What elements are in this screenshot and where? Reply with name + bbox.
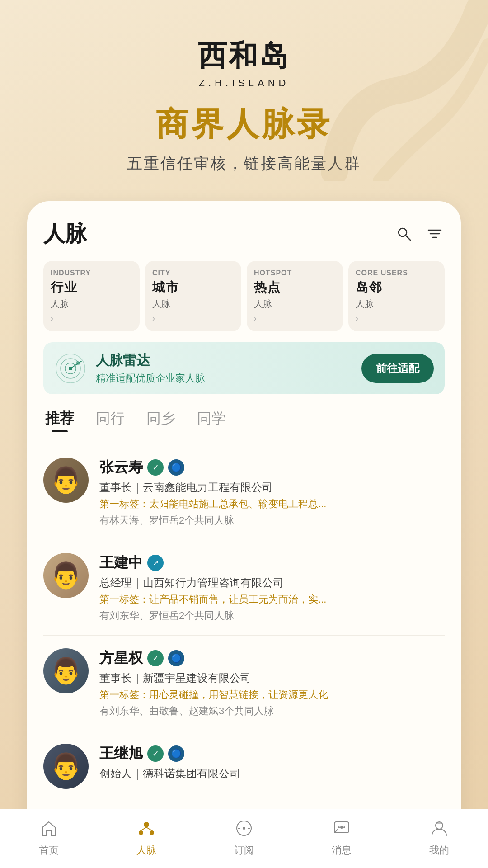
category-sub-3: 人脉 xyxy=(356,298,437,310)
person-item[interactable]: 👨 方星权 ✓ 🔵 董事长｜新疆宇星建设有限公司 第一标签：用心灵碰撞，用智慧链… xyxy=(43,636,445,731)
badge-b-2: 🔵 xyxy=(168,650,184,666)
nav-home[interactable]: 首页 xyxy=(22,816,76,857)
network-icon xyxy=(135,816,158,840)
avatar-wang1: 👨 xyxy=(43,553,89,598)
svg-point-17 xyxy=(243,827,245,830)
category-city[interactable]: CITY 城市 人脉 › xyxy=(145,261,241,331)
person-tag-2: 第一标签：用心灵碰撞，用智慧链接，让资源更大化 xyxy=(99,688,445,702)
category-zh-3: 岛邻 xyxy=(356,279,437,296)
nav-profile[interactable]: 我的 xyxy=(412,816,466,857)
svg-point-24 xyxy=(338,826,340,828)
svg-line-1 xyxy=(406,236,410,240)
tab-hometown[interactable]: 同乡 xyxy=(146,409,175,432)
category-sub-1: 人脉 xyxy=(152,298,234,310)
radar-button[interactable]: 前往适配 xyxy=(361,354,434,383)
person-name-1: 王建中 xyxy=(99,553,143,573)
svg-line-15 xyxy=(146,827,152,830)
person-info-2: 方星权 ✓ 🔵 董事长｜新疆宇星建设有限公司 第一标签：用心灵碰撞，用智慧链接，… xyxy=(99,648,445,718)
nav-subscribe-label: 订阅 xyxy=(234,844,254,857)
tab-recommended[interactable]: 推荐 xyxy=(45,409,74,432)
tab-row: 推荐 同行 同乡 同学 xyxy=(43,409,445,432)
category-en-3: CORE USERS xyxy=(356,269,437,277)
svg-point-10 xyxy=(76,361,80,365)
person-title-1: 总经理｜山西知行力管理咨询有限公司 xyxy=(99,576,445,590)
avatar-fang: 👨 xyxy=(43,648,89,693)
badge-b-3: 🔵 xyxy=(168,745,184,762)
logo-area: 西和岛 Z.H.ISLAND xyxy=(198,36,290,89)
tagline-sub: 五重信任审核，链接高能量人群 xyxy=(127,153,361,174)
person-info-0: 张云寿 ✓ 🔵 董事长｜云南鑫能电力工程有限公司 第一标签：太阳能电站施工总承包… xyxy=(99,458,445,527)
tab-classmates[interactable]: 同学 xyxy=(197,409,226,432)
person-item[interactable]: 👨 王继旭 ✓ 🔵 创始人｜德科诺集团有限公司 xyxy=(43,731,445,802)
svg-point-12 xyxy=(139,830,143,835)
avatar-zhang: 👨 xyxy=(43,458,89,503)
radar-icon xyxy=(54,352,87,385)
arrow-icon-2: › xyxy=(254,314,336,323)
category-zh-0: 行业 xyxy=(51,279,132,296)
category-sub-2: 人脉 xyxy=(254,298,336,310)
person-title-2: 董事长｜新疆宇星建设有限公司 xyxy=(99,671,445,685)
avatar-wang2: 👨 xyxy=(43,744,89,789)
nav-home-label: 首页 xyxy=(39,844,59,857)
category-zh-2: 热点 xyxy=(254,279,336,296)
logo-english: Z.H.ISLAND xyxy=(198,77,289,89)
badge-b-0: 🔵 xyxy=(168,459,184,476)
home-icon xyxy=(37,816,61,840)
card-title: 人脉 xyxy=(43,219,87,248)
nav-profile-label: 我的 xyxy=(429,844,449,857)
nav-message-label: 消息 xyxy=(332,844,352,857)
radar-banner: 人脉雷达 精准适配优质企业家人脉 前往适配 xyxy=(43,342,445,394)
radar-subtitle: 精准适配优质企业家人脉 xyxy=(96,372,205,385)
person-item[interactable]: 👨 张云寿 ✓ 🔵 董事长｜云南鑫能电力工程有限公司 第一标签：太阳能电站施工总… xyxy=(43,445,445,540)
person-title-3: 创始人｜德科诺集团有限公司 xyxy=(99,766,445,781)
person-info-3: 王继旭 ✓ 🔵 创始人｜德科诺集团有限公司 xyxy=(99,744,445,783)
avatar-icon-3: 👨 xyxy=(50,754,82,779)
person-name-row-0: 张云寿 ✓ 🔵 xyxy=(99,458,445,477)
person-name-3: 王继旭 xyxy=(99,744,143,764)
person-name-0: 张云寿 xyxy=(99,458,143,477)
person-name-row-3: 王继旭 ✓ 🔵 xyxy=(99,744,445,764)
message-icon xyxy=(330,816,353,840)
category-hotspot[interactable]: HOTSPOT 热点 人脉 › xyxy=(247,261,343,331)
svg-point-13 xyxy=(150,830,154,835)
radar-text: 人脉雷达 精准适配优质企业家人脉 xyxy=(96,351,205,385)
person-mutual-2: 有刘东华、曲敬鲁、赵建斌3个共同人脉 xyxy=(99,704,445,718)
svg-point-11 xyxy=(144,822,149,827)
profile-icon xyxy=(427,816,451,840)
filter-icon[interactable] xyxy=(425,224,445,244)
avatar-icon-1: 👨 xyxy=(50,563,82,588)
badge-v-2: ✓ xyxy=(147,650,164,666)
person-mutual-0: 有林天海、罗恒岳2个共同人脉 xyxy=(99,514,445,527)
card-icons xyxy=(394,224,445,244)
radar-left: 人脉雷达 精准适配优质企业家人脉 xyxy=(54,351,205,385)
person-mutual-1: 有刘东华、罗恒岳2个共同人脉 xyxy=(99,609,445,623)
badge-v-0: ✓ xyxy=(147,459,164,476)
svg-line-14 xyxy=(141,827,146,830)
category-industry[interactable]: INDUSTRY 行业 人脉 › xyxy=(43,261,140,331)
logo-chinese: 西和岛 xyxy=(198,36,290,75)
person-item[interactable]: 👨 王建中 ↗ 总经理｜山西知行力管理咨询有限公司 第一标签：让产品不销而售，让… xyxy=(43,540,445,636)
search-icon[interactable] xyxy=(394,224,414,244)
arrow-icon-1: › xyxy=(152,314,234,323)
card-header: 人脉 xyxy=(43,219,445,248)
person-name-2: 方星权 xyxy=(99,648,143,668)
category-core-users[interactable]: CORE USERS 岛邻 人脉 › xyxy=(348,261,445,331)
person-name-row-2: 方星权 ✓ 🔵 xyxy=(99,648,445,668)
category-en-2: HOTSPOT xyxy=(254,269,336,277)
tab-peers[interactable]: 同行 xyxy=(96,409,125,432)
header-section: 西和岛 Z.H.ISLAND 商界人脉录 五重信任审核，链接高能量人群 xyxy=(0,0,488,192)
person-title-0: 董事长｜云南鑫能电力工程有限公司 xyxy=(99,480,445,495)
person-info-1: 王建中 ↗ 总经理｜山西知行力管理咨询有限公司 第一标签：让产品不销而售，让员工… xyxy=(99,553,445,623)
nav-message[interactable]: 消息 xyxy=(314,816,369,857)
svg-point-25 xyxy=(343,826,345,828)
nav-subscribe[interactable]: 订阅 xyxy=(217,816,271,857)
badge-arrow-1: ↗ xyxy=(147,555,164,571)
category-en-1: CITY xyxy=(152,269,234,277)
nav-network-label: 人脉 xyxy=(136,844,156,857)
nav-network[interactable]: 人脉 xyxy=(119,816,174,857)
person-list: 👨 张云寿 ✓ 🔵 董事长｜云南鑫能电力工程有限公司 第一标签：太阳能电站施工总… xyxy=(43,445,445,868)
compass-icon xyxy=(232,816,256,840)
person-tag-1: 第一标签：让产品不销而售，让员工无为而治，实... xyxy=(99,593,445,606)
bottom-nav: 首页 人脉 订阅 xyxy=(0,809,488,868)
badge-v-3: ✓ xyxy=(147,745,164,762)
